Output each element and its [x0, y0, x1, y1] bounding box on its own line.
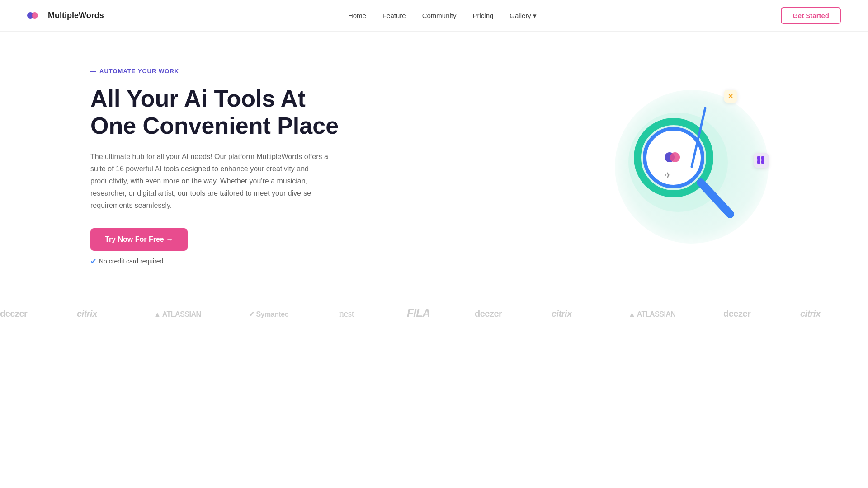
svg-text:▲ ATLASSIAN: ▲ ATLASSIAN: [154, 310, 201, 318]
brand-name-text: MultipleWords: [48, 11, 104, 20]
logo-fila: FILA: [407, 307, 439, 320]
logo-atlassian: ▲ ATLASSIAN: [154, 307, 212, 320]
logo-citrix-3: citrix: [800, 307, 841, 320]
get-started-button[interactable]: Get Started: [781, 7, 841, 24]
tagline-text: AUTOMATE YOUR WORK: [99, 68, 179, 75]
chevron-down-icon: ▾: [533, 12, 537, 20]
brand-logo-icon: [27, 10, 43, 21]
svg-text:✈: ✈: [665, 171, 671, 180]
float-card-grid: [754, 153, 769, 168]
logo-atlassian-2: ▲ ATLASSIAN: [628, 307, 687, 320]
nav-community[interactable]: Community: [422, 12, 457, 19]
tagline-dash: —: [90, 68, 97, 75]
logo-nest: nest: [339, 307, 371, 320]
logo-deezer: deezer: [0, 307, 41, 320]
hero-illustration: ✈ ✕: [606, 81, 778, 253]
logo-citrix-2: citrix: [552, 307, 592, 320]
no-credit-card-notice: ✔ No credit card required: [90, 257, 344, 266]
nav-feature[interactable]: Feature: [382, 12, 406, 19]
no-credit-card-text: No credit card required: [99, 258, 163, 265]
logo-citrix: citrix: [77, 307, 118, 320]
svg-rect-7: [670, 152, 680, 162]
hero-title: All Your Ai Tools At One Convenient Plac…: [90, 85, 344, 140]
svg-text:✔ Symantec: ✔ Symantec: [249, 310, 289, 318]
svg-rect-13: [757, 160, 760, 164]
navbar: MultipleWords Home Feature Community Pri…: [0, 0, 868, 32]
logos-track: deezer citrix ▲ ATLASSIAN ✔ Symantec nes…: [0, 307, 868, 320]
magnifier-svg: ✈: [619, 99, 746, 225]
nav-home[interactable]: Home: [348, 12, 366, 19]
svg-text:deezer: deezer: [475, 309, 502, 319]
nav-links: Home Feature Community Pricing Gallery ▾: [348, 12, 537, 20]
nav-pricing[interactable]: Pricing: [473, 12, 494, 19]
svg-text:▲ ATLASSIAN: ▲ ATLASSIAN: [628, 310, 676, 318]
hero-content: — AUTOMATE YOUR WORK All Your Ai Tools A…: [90, 68, 344, 266]
svg-text:deezer: deezer: [723, 309, 751, 319]
svg-text:citrix: citrix: [552, 309, 572, 319]
svg-rect-11: [757, 156, 760, 160]
svg-rect-14: [761, 160, 764, 164]
brand-logo-link[interactable]: MultipleWords: [27, 10, 104, 21]
svg-text:FILA: FILA: [407, 307, 430, 319]
svg-text:nest: nest: [339, 308, 354, 319]
hero-section: — AUTOMATE YOUR WORK All Your Ai Tools A…: [0, 32, 868, 293]
logos-bar: deezer citrix ▲ ATLASSIAN ✔ Symantec nes…: [0, 293, 868, 334]
svg-text:deezer: deezer: [0, 309, 28, 319]
svg-text:citrix: citrix: [77, 309, 98, 319]
svg-rect-1: [32, 12, 38, 19]
logo-deezer-2: deezer: [475, 307, 515, 320]
nav-gallery[interactable]: Gallery ▾: [509, 12, 537, 20]
logo-symantec: ✔ Symantec: [249, 307, 303, 320]
float-card-close: ✕: [724, 90, 737, 103]
svg-rect-12: [761, 156, 764, 160]
logo-deezer-3: deezer: [723, 307, 764, 320]
check-icon: ✔: [90, 257, 96, 266]
try-free-button[interactable]: Try Now For Free →: [90, 228, 188, 251]
svg-text:citrix: citrix: [800, 309, 821, 319]
hero-description: The ultimate hub for all your AI needs! …: [90, 150, 344, 212]
hero-tagline: — AUTOMATE YOUR WORK: [90, 68, 344, 75]
